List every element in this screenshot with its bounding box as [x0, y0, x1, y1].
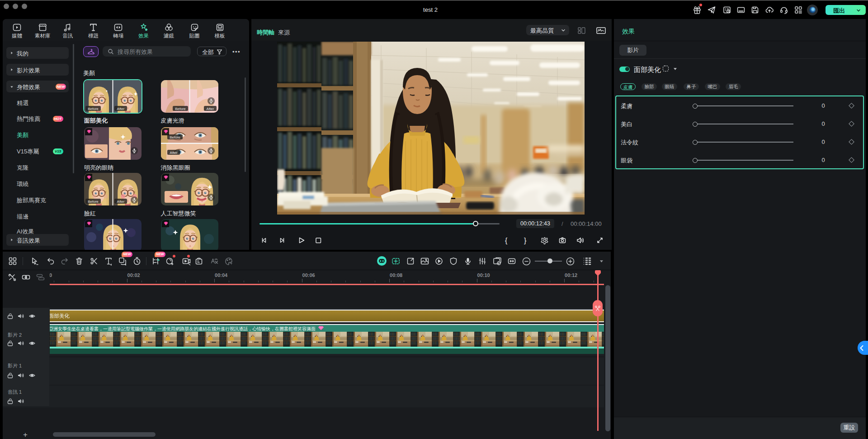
svg-text:Before: Before: [88, 107, 99, 111]
svg-text:Before: Before: [88, 200, 99, 204]
svg-text:After: After: [170, 150, 177, 154]
svg-text:After: After: [117, 107, 125, 111]
svg-text:Before: Before: [170, 135, 180, 139]
svg-text:After: After: [206, 107, 214, 111]
svg-text:Before: Before: [175, 107, 186, 111]
svg-text:After: After: [117, 200, 125, 204]
